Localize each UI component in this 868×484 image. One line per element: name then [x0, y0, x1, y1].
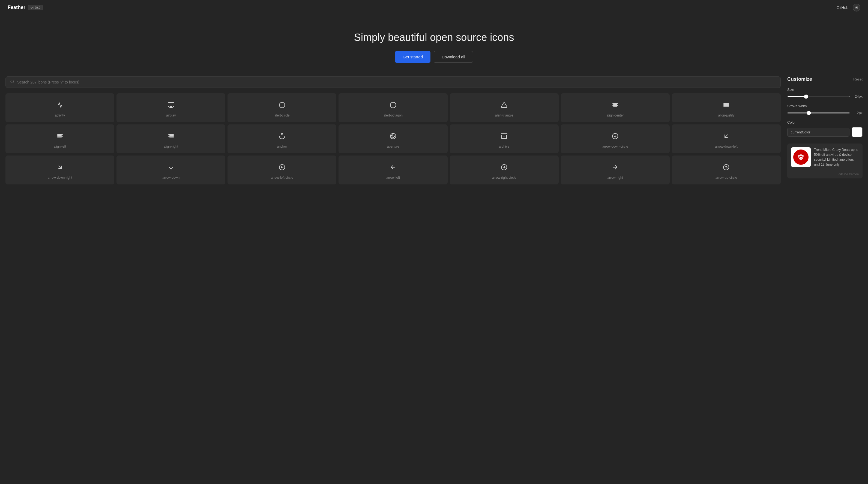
main-content: activity airplay alert-circle alert-octa…: [0, 77, 868, 190]
icon-card-align-left[interactable]: align-left: [5, 124, 114, 153]
icon-label-arrow-left-circle: arrow-left-circle: [271, 176, 293, 180]
size-slider[interactable]: [787, 96, 850, 97]
icon-label-activity: activity: [55, 114, 65, 117]
ad-text: Trend Micro Crazy Deals up to 50% off an…: [814, 147, 859, 167]
arrow-down-icon: [167, 163, 175, 171]
color-row: [787, 127, 863, 137]
svg-marker-2: [170, 106, 173, 108]
icon-card-align-center[interactable]: align-center: [561, 93, 670, 122]
navbar-right: GitHub ☀: [836, 4, 860, 11]
icon-label-alert-triangle: alert-triangle: [495, 114, 514, 117]
stroke-slider-row: 2px: [787, 111, 863, 115]
align-justify-icon: [722, 101, 730, 109]
customize-title: Customize: [787, 77, 812, 82]
svg-line-40: [725, 135, 727, 138]
icon-card-arrow-down-right[interactable]: arrow-down-right: [5, 155, 114, 184]
arrow-down-left-icon: [722, 132, 730, 140]
stroke-slider[interactable]: [787, 113, 850, 114]
ad-logo: [791, 147, 811, 167]
stroke-value: 2px: [853, 111, 863, 115]
icon-label-arrow-right: arrow-right: [608, 176, 623, 180]
reset-button[interactable]: Reset: [853, 77, 863, 81]
arrow-right-icon: [611, 163, 619, 171]
align-right-icon: [167, 132, 175, 140]
color-label: Color: [787, 120, 863, 124]
icon-label-arrow-down-left: arrow-down-left: [715, 145, 738, 148]
stroke-control: Stroke width 2px: [787, 104, 863, 115]
svg-line-1: [13, 82, 14, 83]
align-left-icon: [56, 132, 64, 140]
icon-grid: activity airplay alert-circle alert-octa…: [5, 93, 781, 184]
arrow-right-circle-icon: [500, 163, 508, 171]
icon-label-anchor: anchor: [277, 145, 287, 148]
icon-card-airplay[interactable]: airplay: [117, 93, 225, 122]
icon-card-arrow-down-circle[interactable]: arrow-down-circle: [561, 124, 670, 153]
arrow-up-circle-icon: [722, 163, 730, 171]
icon-label-arrow-right-circle: arrow-right-circle: [492, 176, 516, 180]
ad-footer: ads via Carbon: [787, 171, 863, 178]
icon-card-arrow-left[interactable]: arrow-left: [339, 155, 447, 184]
stroke-label: Stroke width: [787, 104, 863, 108]
icon-card-align-right[interactable]: align-right: [117, 124, 225, 153]
icon-label-alert-circle: alert-circle: [274, 114, 289, 117]
arrow-down-right-icon: [56, 163, 64, 171]
icon-card-arrow-right[interactable]: arrow-right: [561, 155, 670, 184]
icon-card-arrow-right-circle[interactable]: arrow-right-circle: [450, 155, 559, 184]
version-badge: v4.29.0: [28, 5, 43, 10]
color-swatch[interactable]: [851, 127, 863, 137]
size-label: Size: [787, 88, 863, 92]
arrow-down-circle-icon: [611, 132, 619, 140]
icon-card-alert-octagon[interactable]: alert-octagon: [339, 93, 447, 122]
icon-label-arrow-up-circle: arrow-up-circle: [715, 176, 737, 180]
theme-toggle-button[interactable]: ☀: [853, 4, 860, 11]
icon-card-aperture[interactable]: aperture: [339, 124, 447, 153]
color-input[interactable]: [787, 128, 849, 137]
icon-card-arrow-up-circle[interactable]: arrow-up-circle: [672, 155, 781, 184]
search-bar: [5, 77, 781, 88]
hero-title: Simply beautiful open source icons: [5, 32, 863, 43]
brand-name: Feather: [8, 5, 25, 10]
icon-card-arrow-down[interactable]: arrow-down: [117, 155, 225, 184]
navbar-left: Feather v4.29.0: [8, 5, 43, 10]
icon-card-activity[interactable]: activity: [5, 93, 114, 122]
size-control: Size 24px: [787, 88, 863, 98]
arrow-left-circle-icon: [278, 163, 286, 171]
ad-inner: Trend Micro Crazy Deals up to 50% off an…: [787, 144, 863, 171]
icons-section: activity airplay alert-circle alert-octa…: [5, 77, 781, 184]
icon-label-align-right: align-right: [164, 145, 178, 148]
github-link[interactable]: GitHub: [836, 5, 848, 10]
icon-card-arrow-left-circle[interactable]: arrow-left-circle: [227, 155, 336, 184]
color-control: Color: [787, 120, 863, 137]
alert-triangle-icon: [500, 101, 508, 109]
activity-icon: [56, 101, 64, 109]
search-icon: [10, 80, 14, 85]
icon-label-arrow-left: arrow-left: [386, 176, 400, 180]
icon-card-alert-circle[interactable]: alert-circle: [227, 93, 336, 122]
icon-label-align-justify: align-justify: [718, 114, 734, 117]
icon-card-anchor[interactable]: anchor: [227, 124, 336, 153]
svg-point-52: [800, 157, 802, 159]
anchor-icon: [278, 132, 286, 140]
icon-card-alert-triangle[interactable]: alert-triangle: [450, 93, 559, 122]
sun-icon: ☀: [855, 5, 859, 10]
alert-octagon-icon: [389, 101, 397, 109]
icon-label-arrow-down-right: arrow-down-right: [48, 176, 72, 180]
icon-card-archive[interactable]: archive: [450, 124, 559, 153]
icon-label-alert-octagon: alert-octagon: [383, 114, 403, 117]
get-started-button[interactable]: Get started: [395, 51, 430, 63]
aperture-icon: [389, 132, 397, 140]
size-slider-row: 24px: [787, 94, 863, 98]
icon-card-arrow-down-left[interactable]: arrow-down-left: [672, 124, 781, 153]
icon-label-arrow-down-circle: arrow-down-circle: [602, 145, 628, 148]
hero-section: Simply beautiful open source icons Get s…: [0, 15, 868, 77]
svg-line-41: [59, 166, 61, 169]
navbar: Feather v4.29.0 GitHub ☀: [0, 0, 868, 15]
archive-icon: [500, 132, 508, 140]
svg-rect-36: [501, 134, 507, 135]
icon-label-airplay: airplay: [166, 114, 176, 117]
icon-card-align-justify[interactable]: align-justify: [672, 93, 781, 122]
icon-label-arrow-down: arrow-down: [162, 176, 180, 180]
search-input[interactable]: [17, 80, 776, 84]
download-all-button[interactable]: Download all: [434, 51, 473, 63]
customize-sidebar: Customize Reset Size 24px Stroke width 2…: [781, 77, 863, 184]
